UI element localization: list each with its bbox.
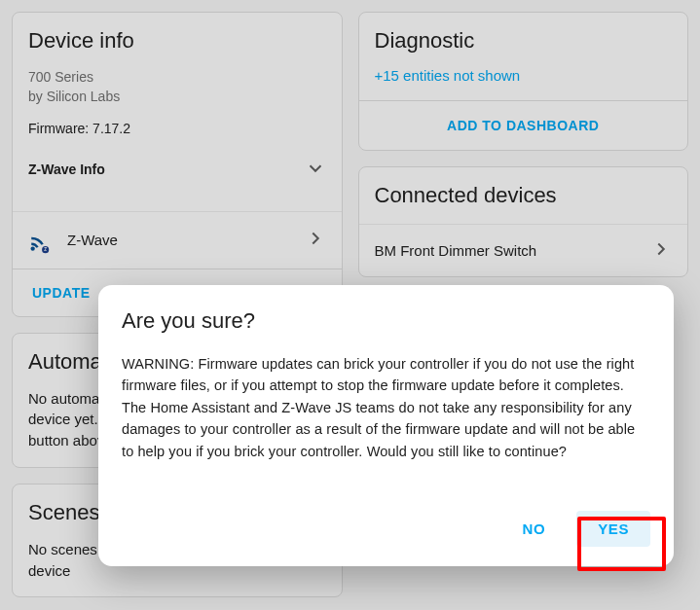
- confirm-dialog: Are you sure? WARNING: Firmware updates …: [98, 285, 674, 566]
- yes-button[interactable]: YES: [576, 511, 650, 547]
- no-button[interactable]: NO: [508, 511, 559, 547]
- dialog-title: Are you sure?: [122, 308, 650, 334]
- dialog-message: WARNING: Firmware updates can brick your…: [122, 353, 650, 462]
